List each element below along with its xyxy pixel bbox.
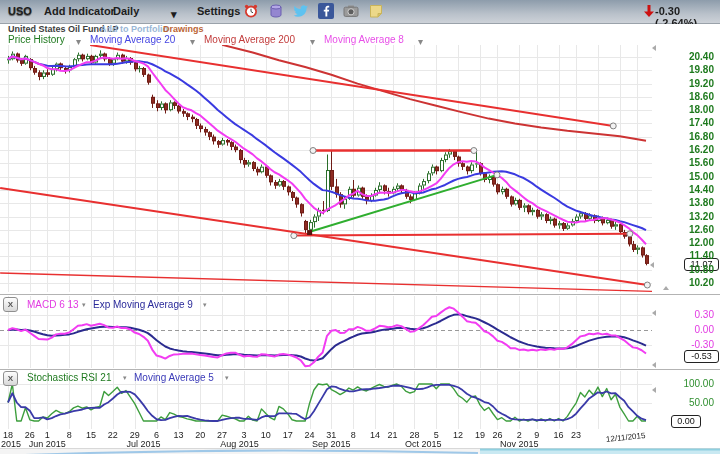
chevron-down-icon[interactable]: ▾ xyxy=(76,36,81,47)
chevron-down-icon[interactable]: ▾ xyxy=(123,374,127,382)
x-axis-month-label: Oct 2015 xyxy=(399,439,447,449)
x-axis-day-label: 15 xyxy=(80,430,102,440)
price-axis-label: 14.40 xyxy=(650,184,718,195)
macd-signal-dropdown[interactable]: Exp Moving Average 9 xyxy=(93,299,193,310)
price-axis-label: 19.80 xyxy=(650,64,718,75)
settings-button[interactable]: Settings xyxy=(197,5,240,17)
price-axis-label: 12.00 xyxy=(650,237,718,248)
database-icon[interactable] xyxy=(268,3,284,19)
x-axis-day-label: 17 xyxy=(277,430,299,440)
stoch-label-dropdown[interactable]: Stochastics RSI 21 xyxy=(27,372,111,383)
add-to-portfolio-link[interactable]: Add to Portfolio xyxy=(100,24,168,34)
x-axis-day-label: 12 xyxy=(447,430,469,440)
price-axis-label: 16.20 xyxy=(650,144,718,155)
axis-arrow-icon[interactable] xyxy=(652,362,656,368)
x-axis-month-label: Jun 2015 xyxy=(23,439,71,449)
chevron-down-icon[interactable]: ▾ xyxy=(171,8,177,21)
price-axis-label: 10.20 xyxy=(650,277,718,288)
x-axis-month-label: 2015 xyxy=(1,439,21,449)
stoch-axis-label: 100.00 xyxy=(650,378,718,389)
ma200-dropdown[interactable]: Moving Average 200 xyxy=(204,34,295,45)
price-axis-label: 15.00 xyxy=(650,171,718,182)
stoch-axis-label: 50.00 xyxy=(650,397,718,408)
price-axis-label: 10.80 xyxy=(650,264,718,275)
symbol-label[interactable]: USO xyxy=(8,5,32,17)
price-axis-label: 19.20 xyxy=(650,78,718,89)
ma8-dropdown[interactable]: Moving Average 8 xyxy=(324,34,404,45)
stock-chart-app: USO Add Indicator Daily ▾ Settings -0.30… xyxy=(0,0,720,454)
price-axis-label: 12.60 xyxy=(650,224,718,235)
ma20-dropdown[interactable]: Moving Average 20 xyxy=(90,34,175,45)
x-axis-day-label: 20 xyxy=(189,430,211,440)
chevron-down-icon[interactable]: ▾ xyxy=(203,301,207,309)
stoch-ma-dropdown[interactable]: Moving Average 5 xyxy=(134,372,214,383)
price-axis-label: 17.40 xyxy=(650,117,718,128)
chevron-down-icon[interactable]: ▾ xyxy=(190,36,195,47)
alarm-clock-icon[interactable] xyxy=(243,3,259,19)
indicator-legend-row: Price History ▾ Moving Average 20 ▾ Movi… xyxy=(0,35,720,45)
chevron-down-icon[interactable]: ▾ xyxy=(82,301,86,309)
macd-close-button[interactable]: X xyxy=(3,297,18,312)
twitter-icon[interactable] xyxy=(293,3,309,19)
x-axis-month-label: Sep 2015 xyxy=(307,439,355,449)
price-axis-label: 20.40 xyxy=(650,51,718,62)
macd-axis-label: 0.30 xyxy=(650,309,718,320)
macd-axis-label: 0.00 xyxy=(650,324,718,335)
note-icon[interactable] xyxy=(368,3,384,19)
add-indicator-button[interactable]: Add Indicator xyxy=(44,5,115,17)
x-axis-month-label: Aug 2015 xyxy=(216,439,264,449)
macd-label-dropdown[interactable]: MACD 6 13 xyxy=(27,299,79,310)
macd-axis-label: -0.30 xyxy=(650,339,718,350)
top-toolbar: USO Add Indicator Daily ▾ Settings -0.30… xyxy=(0,0,720,24)
period-dropdown[interactable]: Daily xyxy=(113,5,139,17)
chevron-down-icon[interactable]: ▾ xyxy=(310,36,315,47)
camera-icon[interactable] xyxy=(343,3,359,19)
price-axis-label: 16.80 xyxy=(650,131,718,142)
price-axis-label: 18.00 xyxy=(650,104,718,115)
drawings-link[interactable]: Drawings xyxy=(163,24,204,34)
x-axis-month-label: Jul 2015 xyxy=(119,439,167,449)
chevron-down-icon[interactable]: ▾ xyxy=(418,36,423,47)
facebook-icon[interactable] xyxy=(318,3,334,19)
chart-canvas[interactable] xyxy=(0,0,720,454)
price-history-dropdown[interactable]: Price History xyxy=(8,34,65,45)
x-axis-day-label: 13 xyxy=(167,430,189,440)
price-axis-label: 13.80 xyxy=(650,197,718,208)
x-axis-month-label: Nov 2015 xyxy=(495,439,543,449)
price-axis-label: 13.20 xyxy=(650,211,718,222)
chevron-down-icon[interactable]: ▾ xyxy=(225,374,229,382)
price-axis-label: 18.60 xyxy=(650,91,718,102)
x-axis-day-label: 23 xyxy=(565,430,587,440)
stoch-close-button[interactable]: X xyxy=(3,371,18,386)
price-axis-label: 15.60 xyxy=(650,157,718,168)
stoch-current-box: 0.00 xyxy=(671,415,701,428)
price-axis-label: 11.40 xyxy=(650,250,718,261)
macd-current-box: -0.53 xyxy=(684,350,719,363)
